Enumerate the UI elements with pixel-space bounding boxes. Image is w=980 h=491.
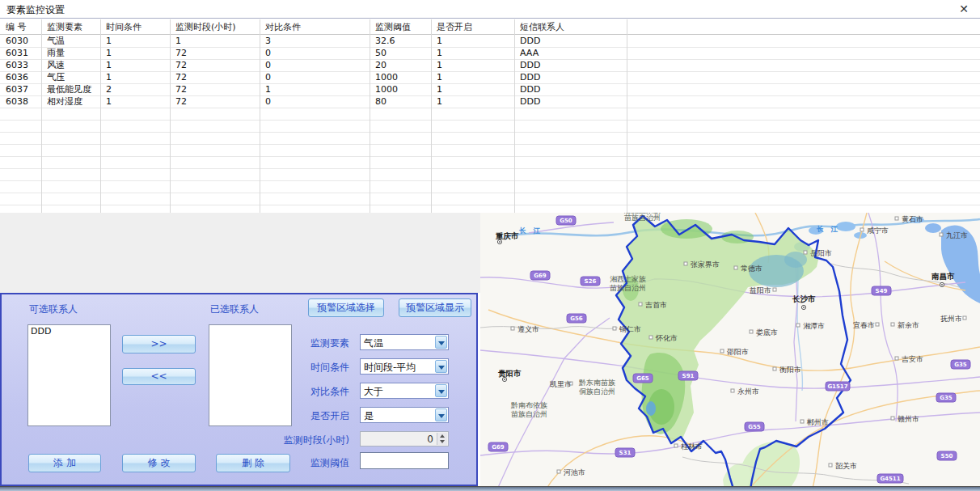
time-cond-combobox[interactable]: 时间段-平均 xyxy=(360,358,449,375)
grid-line xyxy=(170,19,171,213)
svg-text:G35: G35 xyxy=(940,395,953,401)
warning-area-map[interactable]: G50 G69 S26 G56 G65 S91 G69 S31 G55 G151… xyxy=(480,213,980,491)
svg-text:咸宁市: 咸宁市 xyxy=(867,226,889,235)
period-label: 监测时段(小时) xyxy=(260,434,349,447)
element-monitor-window: 要素监控设置 ✕ 编 号 监测要素 时间条件 监测时段(小时) 对比条件 监测阈… xyxy=(0,0,980,491)
edit-panel: 可选联系人 DDD >> << 已选联系人 预警区域选择 预警区域显示 监测要素… xyxy=(0,293,478,486)
grid-line xyxy=(514,19,515,213)
svg-text:黄石市: 黄石市 xyxy=(902,215,923,223)
period-value: 0 xyxy=(427,434,433,445)
grid-line xyxy=(100,19,101,213)
add-button[interactable]: 添 加 xyxy=(28,454,101,472)
cell: 1000 xyxy=(370,72,431,84)
table-row[interactable]: 6036气压172010001DDD xyxy=(0,72,980,84)
window-title: 要素监控设置 xyxy=(6,3,65,17)
river-label: 长 江 xyxy=(817,225,840,233)
cell: DDD xyxy=(514,60,627,72)
cell: 最低能见度 xyxy=(41,84,100,96)
svg-text:S26: S26 xyxy=(585,278,597,285)
warn-area-show-button[interactable]: 预警区域显示 xyxy=(399,298,471,317)
move-right-button[interactable]: >> xyxy=(122,335,196,353)
cell: AAA xyxy=(514,48,627,60)
enabled-combobox[interactable]: 是 xyxy=(360,407,449,423)
threshold-input[interactable] xyxy=(360,452,449,469)
svg-text:宜春市: 宜春市 xyxy=(853,321,875,329)
list-item[interactable]: DDD xyxy=(31,326,108,337)
svg-text:新余市: 新余市 xyxy=(898,321,919,329)
cell: 72 xyxy=(170,48,260,60)
road-badge: G4511 xyxy=(877,474,903,483)
svg-text:河池市: 河池市 xyxy=(564,468,585,476)
road-badge: S26 xyxy=(581,277,600,286)
cell: 1 xyxy=(431,84,514,96)
selected-contacts-listbox[interactable] xyxy=(209,324,292,426)
svg-text:吉首市: 吉首市 xyxy=(645,301,667,309)
available-contacts-listbox[interactable]: DDD xyxy=(27,324,111,426)
cell: 雨量 xyxy=(41,48,100,60)
cell: 1 xyxy=(431,96,514,108)
cell: 1 xyxy=(431,36,514,48)
chevron-down-icon xyxy=(438,390,445,394)
cell: 风速 xyxy=(41,60,100,72)
table-row[interactable]: 6030气温11332.61DDD xyxy=(0,36,980,48)
enabled-combo-open-button[interactable] xyxy=(435,408,447,421)
road-badge: S91 xyxy=(678,371,698,380)
element-combo-open-button[interactable] xyxy=(435,336,447,349)
grid-line xyxy=(627,19,627,213)
element-combobox[interactable]: 气温 xyxy=(360,334,449,350)
svg-text:吉安市: 吉安市 xyxy=(902,355,923,363)
road-badge: G35 xyxy=(951,360,970,369)
close-icon[interactable]: ✕ xyxy=(956,2,972,17)
modify-button[interactable]: 修 改 xyxy=(122,454,196,472)
svg-text:南昌市: 南昌市 xyxy=(931,272,955,281)
cell: 1 xyxy=(100,96,170,108)
empty-strip xyxy=(0,213,480,293)
table-row[interactable]: 6037最低能见度272110001DDD xyxy=(0,84,980,96)
cell: DDD xyxy=(514,36,627,48)
compare-label: 对比条件 xyxy=(285,385,349,399)
cell: 0 xyxy=(260,96,370,108)
grid-line xyxy=(370,19,370,213)
cell: 1 xyxy=(260,84,370,96)
enabled-label: 是否开启 xyxy=(285,409,349,423)
svg-text:益阳市: 益阳市 xyxy=(750,286,771,294)
col-header-sms-contact: 短信联系人 xyxy=(514,19,627,34)
region-label: 黔东南苗族 xyxy=(578,379,615,387)
svg-text:G55: G55 xyxy=(748,424,761,430)
cell: 72 xyxy=(170,72,260,84)
time-cond-combo-open-button[interactable] xyxy=(435,360,447,373)
table-row[interactable]: 6033风速1720201DDD xyxy=(0,60,980,72)
combo-value: 大于 xyxy=(364,385,383,399)
svg-text:永州市: 永州市 xyxy=(737,387,759,396)
cell: 1 xyxy=(100,72,170,84)
col-header-enabled: 是否开启 xyxy=(431,19,514,34)
region-label: 侗族自治州 xyxy=(579,387,615,396)
monitor-settings-table: 编 号 监测要素 时间条件 监测时段(小时) 对比条件 监测阈值 是否开启 短信… xyxy=(0,19,980,213)
table-row[interactable]: 6038相对湿度1720801DDD xyxy=(0,96,980,108)
period-spinner[interactable]: 0 xyxy=(360,431,449,447)
available-contacts-label: 可选联系人 xyxy=(29,303,78,316)
cell: 6030 xyxy=(0,36,41,48)
element-label: 监测要素 xyxy=(285,337,349,350)
cell: 32.6 xyxy=(370,36,431,48)
delete-button[interactable]: 删 除 xyxy=(216,454,290,472)
spin-down-icon[interactable] xyxy=(437,438,448,445)
move-left-button[interactable]: << xyxy=(122,368,196,385)
grid-line xyxy=(431,19,432,213)
table-row[interactable]: 6031雨量1720501AAA xyxy=(0,48,980,60)
svg-text:G65: G65 xyxy=(636,375,649,382)
compare-combo-open-button[interactable] xyxy=(435,384,447,397)
col-header-compare: 对比条件 xyxy=(260,19,370,34)
cell: 72 xyxy=(170,96,260,108)
warn-area-select-button[interactable]: 预警区域选择 xyxy=(308,298,384,317)
cell: 6037 xyxy=(0,84,41,96)
col-header-id: 编 号 xyxy=(0,19,41,34)
cell: 72 xyxy=(170,84,260,96)
compare-combobox[interactable]: 大于 xyxy=(360,383,449,399)
svg-text:G35: G35 xyxy=(954,362,967,368)
cell: 1 xyxy=(431,48,514,60)
svg-text:贵阳市: 贵阳市 xyxy=(498,369,522,378)
svg-text:G69: G69 xyxy=(492,444,505,451)
cell: 1 xyxy=(170,36,260,48)
grid-line xyxy=(260,19,260,213)
